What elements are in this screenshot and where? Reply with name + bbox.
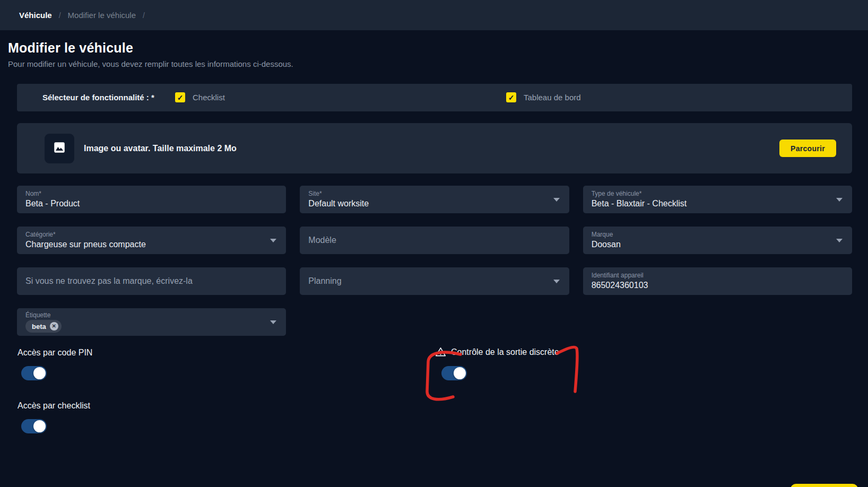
- feature-selector-bar: Sélecteur de fonctionnalité : * ✓ Checkl…: [17, 84, 852, 111]
- breadcrumb-modifier[interactable]: Modifier le véhicule: [68, 11, 136, 20]
- categorie-select[interactable]: Catégorie* Chargeuse sur pneus compacte: [17, 227, 286, 254]
- etiquette-chip-beta[interactable]: beta ✕: [25, 320, 62, 333]
- feature-selector-label: Sélecteur de fonctionnalité : *: [42, 93, 154, 102]
- type-vehicule-select[interactable]: Type de véhicule* Beta - Blaxtair - Chec…: [583, 186, 852, 213]
- categorie-label: Catégorie*: [25, 227, 265, 238]
- tableau-de-bord-checkbox[interactable]: ✓: [506, 92, 516, 102]
- page-header: Modifier le véhicule Pour modifier un vé…: [8, 40, 293, 68]
- image-icon: [53, 141, 66, 156]
- etiquette-select[interactable]: Étiquette beta ✕: [17, 308, 286, 336]
- etiquette-label: Étiquette: [25, 308, 265, 319]
- modele-placeholder: Modèle: [308, 236, 336, 245]
- submit-button-partial[interactable]: [791, 484, 858, 487]
- site-label: Site*: [308, 186, 548, 197]
- planning-select[interactable]: Planning: [300, 267, 569, 295]
- upload-description: Image ou avatar. Taille maximale 2 Mo: [84, 144, 237, 153]
- chevron-down-icon[interactable]: [836, 239, 843, 242]
- identifiant-appareil-field[interactable]: Identifiant appareil 865024360103: [583, 267, 852, 295]
- nom-label: Nom*: [25, 186, 265, 197]
- planning-placeholder: Planning: [308, 276, 341, 286]
- vehicle-edit-screen: Véhicule / Modifier le véhicule / Modifi…: [0, 0, 868, 487]
- toggle-knob: [33, 367, 46, 379]
- breadcrumb-separator: /: [143, 11, 145, 20]
- page-subtitle: Pour modifier un véhicule, vous devez re…: [8, 59, 293, 68]
- modele-field[interactable]: Modèle: [300, 227, 569, 254]
- image-upload-panel: Image ou avatar. Taille maximale 2 Mo Pa…: [17, 123, 852, 173]
- site-value: Default worksite: [308, 199, 548, 208]
- chevron-down-icon[interactable]: [270, 239, 276, 242]
- nom-value: Beta - Product: [25, 199, 265, 208]
- warning-icon: [435, 346, 446, 358]
- chevron-down-icon[interactable]: [553, 280, 560, 283]
- toggle-knob: [33, 420, 46, 432]
- image-placeholder-tile: [45, 134, 74, 163]
- browse-button[interactable]: Parcourir: [779, 140, 836, 157]
- marque-libre-field[interactable]: Si vous ne trouvez pas la marque, écrive…: [17, 267, 286, 295]
- etiquette-chip-row: beta ✕: [25, 320, 265, 333]
- chevron-down-icon[interactable]: [836, 198, 843, 202]
- categorie-value: Chargeuse sur pneus compacte: [25, 240, 265, 249]
- checklist-checkbox-label: Checklist: [193, 93, 225, 102]
- breadcrumb: Véhicule / Modifier le véhicule /: [0, 0, 868, 30]
- tableau-de-bord-checkbox-label: Tableau de bord: [524, 93, 581, 102]
- pin-access-toggle[interactable]: [21, 366, 47, 380]
- page-title: Modifier le véhicule: [8, 40, 293, 56]
- sortie-discrete-row: Contrôle de la sortie discrète: [435, 346, 559, 358]
- marque-select[interactable]: Marque Doosan: [583, 227, 852, 254]
- type-vehicule-value: Beta - Blaxtair - Checklist: [592, 199, 831, 208]
- checkbox-group-tableau-de-bord: ✓ Tableau de bord: [506, 92, 581, 102]
- checkbox-group-checklist: ✓ Checklist: [175, 92, 225, 102]
- chip-label: beta: [32, 323, 46, 331]
- marque-libre-placeholder: Si vous ne trouvez pas la marque, écrive…: [25, 276, 193, 286]
- site-select[interactable]: Site* Default worksite: [300, 186, 569, 213]
- identifiant-appareil-value: 865024360103: [592, 281, 831, 290]
- chevron-down-icon[interactable]: [553, 198, 560, 202]
- marque-label: Marque: [592, 227, 831, 238]
- checklist-access-toggle[interactable]: [21, 419, 47, 433]
- sortie-discrete-label: Contrôle de la sortie discrète: [451, 347, 559, 357]
- breadcrumb-vehicule[interactable]: Véhicule: [19, 11, 52, 20]
- marque-value: Doosan: [592, 240, 831, 249]
- nom-field[interactable]: Nom* Beta - Product: [17, 186, 286, 213]
- chip-remove-icon[interactable]: ✕: [50, 322, 58, 331]
- chevron-down-icon[interactable]: [270, 320, 276, 324]
- checklist-checkbox[interactable]: ✓: [175, 92, 185, 102]
- toggle-knob: [454, 367, 466, 379]
- checklist-access-label: Accès par checklist: [18, 401, 90, 411]
- type-vehicule-label: Type de véhicule*: [592, 186, 831, 197]
- sortie-discrete-toggle[interactable]: [441, 366, 467, 380]
- breadcrumb-separator: /: [59, 11, 61, 20]
- pin-access-label: Accès par code PIN: [18, 348, 92, 358]
- identifiant-appareil-label: Identifiant appareil: [592, 267, 831, 279]
- vehicle-form: Nom* Beta - Product Site* Default worksi…: [17, 186, 852, 336]
